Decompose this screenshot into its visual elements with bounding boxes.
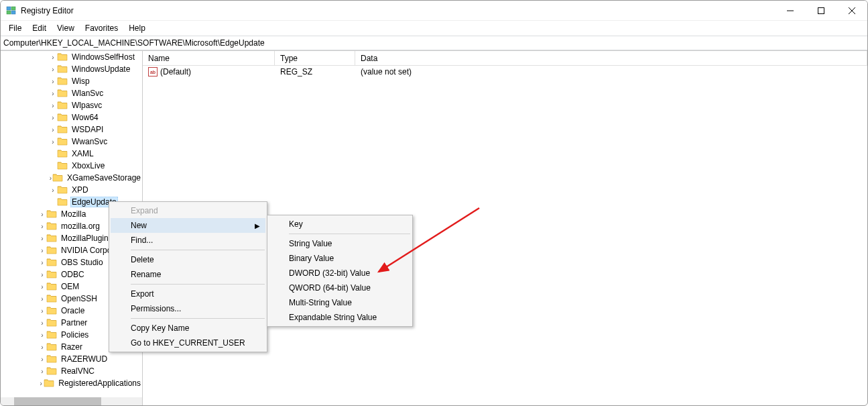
folder-icon bbox=[46, 330, 57, 340]
address-input[interactable] bbox=[3, 38, 865, 48]
tree-item[interactable]: XboxLive bbox=[1, 160, 142, 172]
value-row[interactable]: ab (Default) REG_SZ (value not set) bbox=[143, 66, 867, 78]
expander-icon[interactable]: › bbox=[38, 223, 46, 230]
expander-icon[interactable]: › bbox=[38, 247, 46, 254]
menu-help[interactable]: Help bbox=[123, 22, 151, 34]
expander-icon[interactable]: › bbox=[49, 114, 57, 121]
menu-file[interactable]: File bbox=[3, 22, 27, 34]
address-bar bbox=[1, 36, 867, 50]
expander-icon[interactable]: › bbox=[38, 368, 46, 375]
folder-icon bbox=[46, 306, 57, 315]
menu-item-rename[interactable]: Rename bbox=[111, 267, 265, 282]
tree-item[interactable]: ›RAZERWUD bbox=[1, 353, 142, 365]
menu-view[interactable]: View bbox=[52, 22, 80, 34]
menu-item-new[interactable]: New▶ bbox=[111, 218, 265, 233]
tree-item[interactable]: ›WindowsUpdate bbox=[1, 63, 142, 75]
tree-item[interactable]: ›XPD bbox=[1, 184, 142, 196]
expander-icon[interactable]: › bbox=[38, 307, 46, 315]
column-type[interactable]: Type bbox=[275, 51, 355, 65]
expander-icon[interactable]: › bbox=[38, 356, 46, 363]
window-title: Registry Editor bbox=[21, 6, 775, 15]
expander-icon[interactable]: › bbox=[38, 319, 46, 327]
expander-icon[interactable]: › bbox=[38, 295, 46, 303]
column-data[interactable]: Data bbox=[355, 51, 867, 65]
menu-item-go-to-hkey-current-user[interactable]: Go to HKEY_CURRENT_USER bbox=[111, 336, 265, 350]
tree-item-label: RAZERWUD bbox=[60, 354, 109, 364]
tree-item-label: XboxLive bbox=[70, 161, 106, 170]
menu-item-key[interactable]: Key bbox=[269, 217, 411, 232]
value-data: (value not set) bbox=[355, 67, 867, 77]
expander-icon[interactable]: › bbox=[38, 380, 44, 387]
menu-item-qword-64-bit-value[interactable]: QWORD (64-bit) Value bbox=[269, 281, 411, 295]
folder-icon bbox=[46, 246, 57, 255]
menu-item-copy-key-name[interactable]: Copy Key Name bbox=[111, 321, 265, 336]
folder-icon bbox=[57, 149, 68, 158]
svg-rect-0 bbox=[7, 7, 11, 10]
svg-rect-5 bbox=[818, 8, 824, 14]
tree-item-label: OpenSSH bbox=[60, 294, 99, 303]
tree-item[interactable]: XAML bbox=[1, 148, 142, 160]
folder-icon bbox=[46, 342, 57, 352]
expander-icon[interactable]: › bbox=[38, 332, 46, 339]
tree-item-label: Razer bbox=[60, 342, 84, 352]
menu-item-delete[interactable]: Delete bbox=[111, 252, 265, 267]
folder-icon bbox=[57, 52, 68, 62]
expander-icon[interactable]: › bbox=[38, 283, 46, 291]
expander-icon[interactable]: › bbox=[49, 187, 57, 194]
tree-item[interactable]: ›WSDAPI bbox=[1, 123, 142, 136]
value-name: (Default) bbox=[160, 67, 191, 77]
tree-item-label: XPD bbox=[70, 185, 90, 195]
expander-icon[interactable]: › bbox=[38, 235, 46, 242]
tree-item[interactable]: ›WwanSvc bbox=[1, 136, 142, 148]
folder-icon bbox=[46, 234, 57, 243]
menu-item-multi-string-value[interactable]: Multi-String Value bbox=[269, 295, 411, 310]
tree-item-label: Wlpasvc bbox=[70, 101, 103, 110]
menu-item-permissions[interactable]: Permissions... bbox=[111, 301, 265, 316]
expander-icon[interactable]: › bbox=[38, 211, 46, 218]
expander-icon[interactable]: › bbox=[49, 90, 57, 97]
expander-icon[interactable]: › bbox=[49, 138, 57, 146]
expander-icon[interactable]: › bbox=[49, 78, 57, 85]
menu-item-expandable-string-value[interactable]: Expandable String Value bbox=[269, 310, 411, 325]
menu-item-export[interactable]: Export bbox=[111, 287, 265, 301]
menu-item-binary-value[interactable]: Binary Value bbox=[269, 251, 411, 266]
title-bar: Registry Editor bbox=[1, 1, 867, 21]
tree-item[interactable]: ›Wow64 bbox=[1, 111, 142, 123]
menu-item-string-value[interactable]: String Value bbox=[269, 236, 411, 251]
folder-icon bbox=[57, 64, 68, 74]
tree-item[interactable]: ›Wlpasvc bbox=[1, 99, 142, 111]
column-name[interactable]: Name bbox=[143, 51, 275, 65]
menu-favorites[interactable]: Favorites bbox=[80, 22, 123, 34]
close-button[interactable] bbox=[836, 1, 867, 21]
tree-item-label: Mozilla bbox=[60, 209, 87, 219]
tree-item-label: OBS Studio bbox=[60, 258, 105, 267]
expander-icon[interactable]: › bbox=[38, 259, 46, 266]
tree-item-label: mozilla.org bbox=[60, 221, 101, 231]
tree-item[interactable]: ›WlanSvc bbox=[1, 87, 142, 99]
tree-item[interactable]: ›RegisteredApplications bbox=[1, 377, 142, 389]
expander-icon[interactable]: › bbox=[49, 54, 57, 61]
folder-icon bbox=[57, 125, 68, 134]
tree-item[interactable]: ›XGameSaveStorage bbox=[1, 172, 142, 184]
expander-icon[interactable]: › bbox=[49, 102, 57, 109]
expander-icon[interactable]: › bbox=[38, 271, 46, 278]
folder-icon bbox=[57, 113, 68, 122]
menu-item-dword-32-bit-value[interactable]: DWORD (32-bit) Value bbox=[269, 266, 411, 281]
reg-sz-icon: ab bbox=[148, 67, 158, 77]
folder-icon bbox=[46, 318, 57, 327]
folder-icon bbox=[57, 137, 68, 146]
tree-item-label: Policies bbox=[60, 330, 90, 340]
tree-item[interactable]: ›Wisp bbox=[1, 75, 142, 87]
menu-item-find[interactable]: Find... bbox=[111, 233, 265, 248]
tree-item[interactable]: ›RealVNC bbox=[1, 365, 142, 377]
tree-item[interactable]: ›WindowsSelfHost bbox=[1, 51, 142, 63]
scrollbar-thumb[interactable] bbox=[14, 397, 101, 405]
minimize-button[interactable] bbox=[775, 1, 806, 21]
expander-icon[interactable]: › bbox=[38, 344, 46, 351]
menu-edit[interactable]: Edit bbox=[27, 22, 52, 34]
expander-icon[interactable]: › bbox=[49, 126, 57, 134]
expander-icon[interactable]: › bbox=[49, 66, 57, 73]
maximize-button[interactable] bbox=[806, 1, 836, 21]
tree-horizontal-scrollbar[interactable] bbox=[1, 397, 142, 405]
tree-item-label: MozillaPlugins bbox=[60, 234, 114, 243]
